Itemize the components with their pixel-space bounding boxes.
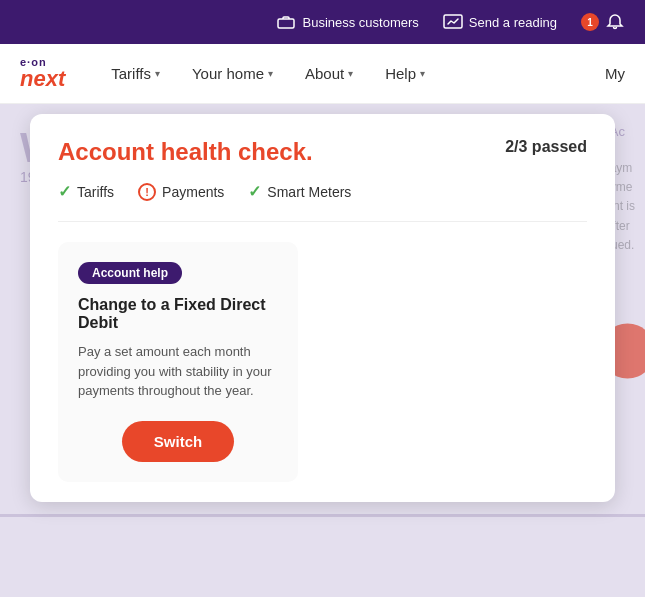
check-icon-tariffs: ✓ [58,182,71,201]
check-icon-smart-meters: ✓ [248,182,261,201]
account-help-description: Pay a set amount each month providing yo… [78,342,278,401]
chevron-down-icon: ▾ [420,68,425,79]
check-item-tariffs: ✓ Tariffs [58,182,114,201]
chevron-down-icon: ▾ [268,68,273,79]
nav-label-about: About [305,65,344,82]
health-check-card: Account health check. 2/3 passed ✓ Tarif… [30,114,615,502]
business-customers-link[interactable]: Business customers [276,12,418,32]
meter-icon [443,12,463,32]
top-bar: Business customers Send a reading 1 [0,0,645,44]
nav-item-your-home[interactable]: Your home ▾ [176,44,289,104]
nav-item-my[interactable]: My [605,65,625,82]
bg-content: Wo 192 G Ac t paympaymement iss afteriss… [0,104,645,597]
logo[interactable]: e·on next [20,57,65,90]
svg-rect-0 [278,19,294,28]
chevron-down-icon: ▾ [155,68,160,79]
nav-label-tariffs: Tariffs [111,65,151,82]
account-help-card: Account help Change to a Fixed Direct De… [58,242,298,482]
account-help-title: Change to a Fixed Direct Debit [78,296,278,332]
account-help-badge: Account help [78,262,182,284]
check-label-smart-meters: Smart Meters [267,184,351,200]
nav-label-my: My [605,65,625,82]
health-check-header: Account health check. 2/3 passed [58,138,587,166]
send-reading-label: Send a reading [469,15,557,30]
warning-icon-payments: ! [138,183,156,201]
nav-item-help[interactable]: Help ▾ [369,44,441,104]
nav-item-about[interactable]: About ▾ [289,44,369,104]
notification-link[interactable]: 1 [581,12,625,32]
check-label-payments: Payments [162,184,224,200]
check-label-tariffs: Tariffs [77,184,114,200]
check-item-smart-meters: ✓ Smart Meters [248,182,351,201]
health-check-score: 2/3 passed [505,138,587,156]
nav-items: Tariffs ▾ Your home ▾ About ▾ Help ▾ My [95,44,625,104]
send-reading-link[interactable]: Send a reading [443,12,557,32]
nav-label-your-home: Your home [192,65,264,82]
health-check-title: Account health check. [58,138,313,166]
check-item-payments: ! Payments [138,183,224,201]
divider [58,221,587,222]
notification-badge: 1 [581,13,599,31]
switch-button[interactable]: Switch [122,421,234,462]
nav-bar: e·on next Tariffs ▾ Your home ▾ About ▾ … [0,44,645,104]
business-customers-label: Business customers [302,15,418,30]
bell-icon [605,12,625,32]
nav-item-tariffs[interactable]: Tariffs ▾ [95,44,176,104]
briefcase-icon [276,12,296,32]
logo-next: next [20,68,65,90]
health-check-items: ✓ Tariffs ! Payments ✓ Smart Meters [58,182,587,201]
chevron-down-icon: ▾ [348,68,353,79]
nav-label-help: Help [385,65,416,82]
